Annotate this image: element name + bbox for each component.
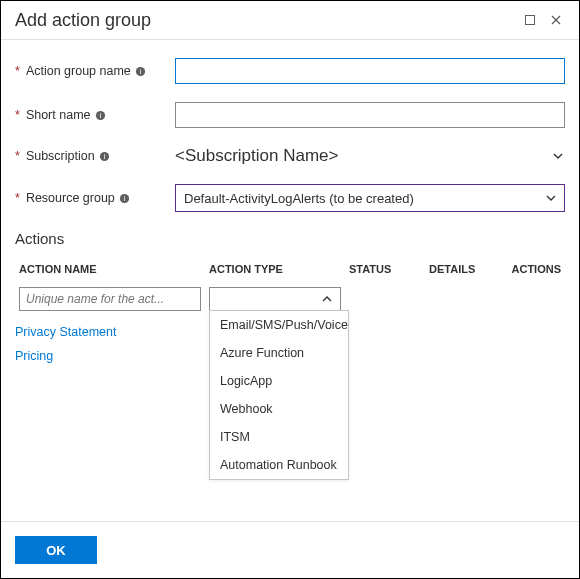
- close-button[interactable]: [545, 9, 567, 31]
- maximize-button[interactable]: [519, 9, 541, 31]
- dialog-title: Add action group: [15, 10, 515, 31]
- resource-group-value: Default-ActivityLogAlerts (to be created…: [184, 191, 544, 206]
- required-asterisk: *: [15, 64, 20, 78]
- col-details: DETAILS: [425, 255, 495, 283]
- label-text: Subscription: [26, 149, 95, 163]
- ok-button[interactable]: OK: [15, 536, 97, 564]
- label-text: Resource group: [26, 191, 115, 205]
- col-actions: ACTIONS: [495, 255, 565, 283]
- action-type-option[interactable]: LogicApp: [210, 367, 348, 395]
- chevron-down-icon: [551, 149, 565, 163]
- svg-rect-0: [526, 16, 535, 25]
- chevron-up-icon: [320, 292, 334, 306]
- resource-group-label: * Resource group i: [15, 191, 175, 205]
- action-type-option[interactable]: ITSM: [210, 423, 348, 451]
- titlebar: Add action group: [1, 1, 579, 40]
- action-type-option[interactable]: Azure Function: [210, 339, 348, 367]
- info-icon[interactable]: i: [95, 109, 107, 121]
- action-type-select[interactable]: [209, 287, 341, 311]
- action-type-option[interactable]: Email/SMS/Push/Voice: [210, 311, 348, 339]
- action-group-name-input[interactable]: [175, 58, 565, 84]
- table-row: Email/SMS/Push/Voice Azure Function Logi…: [15, 283, 565, 315]
- action-type-option[interactable]: Automation Runbook: [210, 451, 348, 479]
- action-group-name-label: * Action group name i: [15, 64, 175, 78]
- dialog-body: * Action group name i * Short name i: [1, 40, 579, 521]
- col-action-name: ACTION NAME: [15, 255, 205, 283]
- short-name-label: * Short name i: [15, 108, 175, 122]
- info-icon[interactable]: i: [135, 65, 147, 77]
- actions-table: ACTION NAME ACTION TYPE STATUS DETAILS A…: [15, 255, 565, 315]
- info-icon[interactable]: i: [119, 192, 131, 204]
- resource-group-select[interactable]: Default-ActivityLogAlerts (to be created…: [175, 184, 565, 212]
- info-icon[interactable]: i: [99, 150, 111, 162]
- col-action-type: ACTION TYPE: [205, 255, 345, 283]
- actions-section-header: Actions: [15, 230, 565, 247]
- add-action-group-dialog: Add action group * Action group name i *: [0, 0, 580, 579]
- subscription-select[interactable]: <Subscription Name>: [175, 146, 565, 166]
- required-asterisk: *: [15, 108, 20, 122]
- label-text: Short name: [26, 108, 91, 122]
- subscription-label: * Subscription i: [15, 149, 175, 163]
- required-asterisk: *: [15, 191, 20, 205]
- required-asterisk: *: [15, 149, 20, 163]
- chevron-down-icon: [544, 191, 558, 205]
- subscription-value: <Subscription Name>: [175, 146, 551, 166]
- action-type-dropdown-menu: Email/SMS/Push/Voice Azure Function Logi…: [209, 310, 349, 480]
- short-name-input[interactable]: [175, 102, 565, 128]
- dialog-footer: OK: [1, 521, 579, 578]
- action-type-option[interactable]: Webhook: [210, 395, 348, 423]
- action-name-input[interactable]: [19, 287, 201, 311]
- label-text: Action group name: [26, 64, 131, 78]
- col-status: STATUS: [345, 255, 425, 283]
